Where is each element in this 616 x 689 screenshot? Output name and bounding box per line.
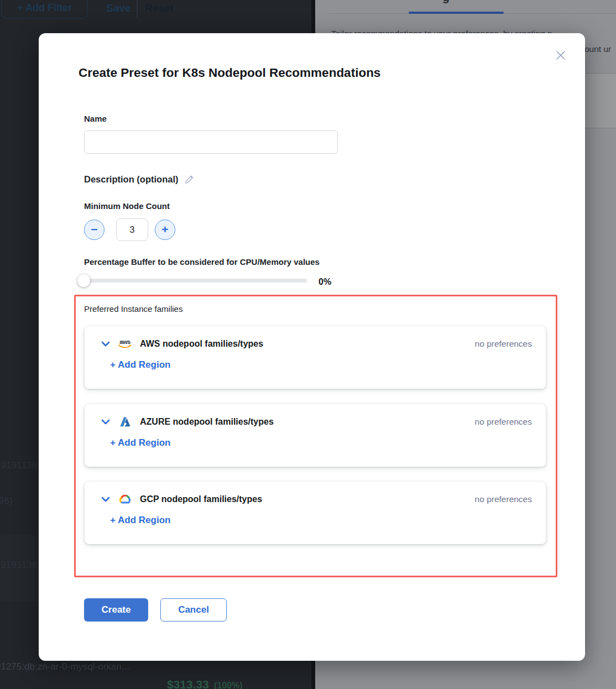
close-icon bbox=[554, 48, 568, 62]
close-button[interactable] bbox=[552, 46, 570, 64]
pencil-icon bbox=[184, 174, 195, 185]
gcp-icon bbox=[117, 494, 133, 505]
increase-button[interactable]: + bbox=[155, 220, 175, 240]
provider-card-azure: AZURE nodepool families/types no prefere… bbox=[85, 404, 546, 467]
name-label: Name bbox=[84, 114, 107, 123]
toolbar-divider bbox=[137, 0, 138, 18]
provider-status: no preferences bbox=[475, 494, 532, 504]
minus-icon: − bbox=[91, 223, 97, 236]
buffer-value: 0% bbox=[319, 277, 331, 287]
chevron-down-icon bbox=[101, 497, 110, 502]
buffer-slider-handle[interactable] bbox=[77, 274, 90, 287]
aws-icon-text: aws bbox=[119, 339, 130, 345]
provider-card-gcp: GCP nodepool families/types no preferenc… bbox=[85, 482, 546, 544]
azure-icon bbox=[117, 417, 133, 427]
provider-label: AZURE nodepool families/types bbox=[140, 417, 274, 427]
edit-description-button[interactable] bbox=[184, 174, 195, 185]
decrease-button[interactable]: − bbox=[84, 220, 105, 240]
add-region-button-aws[interactable]: + Add Region bbox=[110, 359, 170, 370]
create-button[interactable]: Create bbox=[84, 598, 148, 622]
provider-row-aws: aws AWS nodepool families/types no prefe… bbox=[101, 336, 532, 352]
clipped-heading-fragment: g bbox=[442, 0, 450, 4]
provider-card-aws: aws AWS nodepool families/types no prefe… bbox=[85, 326, 546, 389]
background-description-line2-fragment: ount ur bbox=[584, 44, 611, 54]
provider-status: no preferences bbox=[475, 417, 532, 427]
add-region-button-azure[interactable]: + Add Region bbox=[110, 437, 170, 448]
provider-row-gcp: GCP nodepool families/types no preferenc… bbox=[101, 491, 532, 508]
aws-icon: aws bbox=[117, 339, 133, 349]
reset-button[interactable]: Reset bbox=[145, 2, 174, 14]
clipped-id-fragment: 79191138 bbox=[0, 460, 37, 471]
provider-row-azure: AZURE nodepool families/types no prefere… bbox=[101, 414, 532, 430]
chevron-down-icon bbox=[101, 419, 110, 425]
add-filter-button[interactable]: + Add Filter bbox=[1, 0, 88, 19]
save-button[interactable]: Save bbox=[106, 2, 130, 14]
description-row: Description (optional) bbox=[84, 174, 195, 185]
resource-path-fragment: 01275:db:zn-ar-0-mysql-orkan... bbox=[0, 661, 129, 672]
add-region-button-gcp[interactable]: + Add Region bbox=[110, 515, 170, 526]
cost-amount: $313.33 bbox=[167, 678, 209, 689]
cost-percent: (100%) bbox=[214, 681, 243, 689]
buffer-label: Percentage Buffer to be considered for C… bbox=[84, 257, 320, 267]
cost-fragment: $313.33 (100%) bbox=[167, 678, 243, 689]
modal-title: Create Preset for K8s Nodepool Recommend… bbox=[79, 66, 380, 80]
provider-label: AWS nodepool families/types bbox=[140, 339, 263, 349]
description-label: Description (optional) bbox=[84, 174, 179, 185]
cancel-button[interactable]: Cancel bbox=[160, 598, 227, 622]
plus-icon: + bbox=[161, 223, 168, 236]
min-node-count-label: Minimum Node Count bbox=[84, 201, 170, 211]
name-input[interactable] bbox=[84, 131, 338, 154]
provider-label: GCP nodepool families/types bbox=[140, 494, 262, 504]
collapse-toggle-azure[interactable] bbox=[101, 419, 110, 425]
provider-status: no preferences bbox=[475, 339, 532, 349]
collapse-toggle-aws[interactable] bbox=[101, 341, 110, 347]
buffer-slider[interactable] bbox=[80, 279, 307, 283]
collapse-toggle-gcp[interactable] bbox=[101, 497, 110, 502]
clipped-value-fragment: 96) bbox=[0, 495, 13, 506]
active-tab-underline bbox=[409, 12, 504, 14]
create-preset-modal: Create Preset for K8s Nodepool Recommend… bbox=[39, 33, 585, 661]
min-node-count-value[interactable]: 3 bbox=[116, 218, 148, 241]
chevron-down-icon bbox=[101, 341, 110, 347]
clipped-id-fragment: 79191138 bbox=[0, 560, 37, 570]
preferred-families-label: Preferred Instance families bbox=[84, 304, 182, 314]
min-node-count-stepper: − 3 + bbox=[84, 218, 175, 241]
